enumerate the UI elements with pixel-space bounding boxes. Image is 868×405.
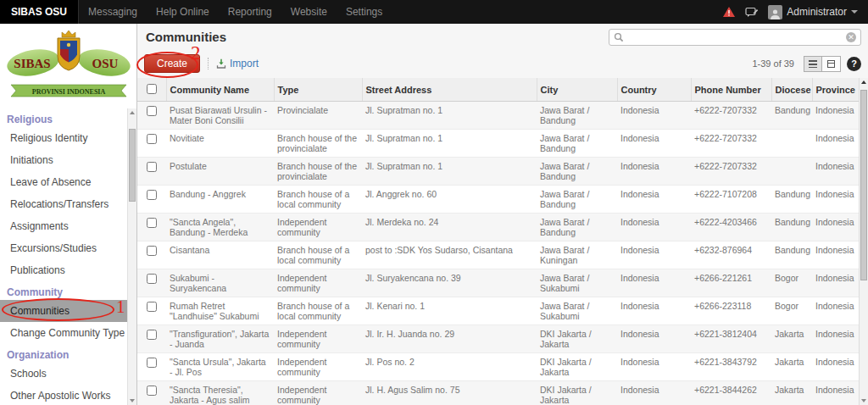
table-cell: Independent community [274, 325, 362, 353]
topbar-right: Administrator [722, 5, 868, 19]
table-row[interactable]: Sukabumi - SuryakencanaIndependent commu… [137, 269, 859, 297]
sidebar-item-religious-identity[interactable]: Religious Identity [0, 127, 127, 149]
table-cell: Indonesia [617, 186, 691, 214]
sidebar-item-other-apostolic-works[interactable]: Other Apostolic Works [0, 385, 127, 405]
toolbar: Create Import 1-39 of 39 [137, 49, 868, 78]
sidebar-item-change-community-type[interactable]: Change Community Type [0, 322, 127, 344]
table-scroll-down-icon[interactable] [860, 397, 868, 405]
sidebar-item-communities[interactable]: Communities [0, 300, 127, 322]
table-cell: Branch house of a local community [274, 297, 362, 325]
sidebar-item-relocations-transfers[interactable]: Relocations/Transfers [0, 193, 127, 215]
row-checkbox[interactable] [147, 134, 157, 144]
table-cell: Indonesia [617, 325, 691, 353]
column-header-phone-number[interactable]: Phone Number [691, 78, 771, 102]
topbar-menu-reporting[interactable]: Reporting [219, 0, 281, 24]
row-checkbox[interactable] [147, 302, 157, 312]
list-view-icon [809, 60, 817, 68]
logo-ribbon-text: PROVINSI INDONESIA [31, 88, 105, 96]
brand-logo[interactable]: SIBAS OSU [0, 0, 79, 24]
table-cell: Independent community [274, 381, 362, 405]
sidebar-scrollbar-thumb[interactable] [129, 129, 136, 202]
table-scroll-up-icon[interactable] [860, 78, 868, 86]
table-cell: Jakarta [771, 381, 812, 405]
table-cell: Indonesia [617, 381, 691, 405]
card-view-button[interactable] [822, 56, 841, 72]
main-content: Communities ✕ Create [137, 24, 868, 405]
user-menu[interactable]: Administrator [768, 5, 858, 19]
table-scrollbar-thumb[interactable] [860, 90, 867, 280]
table-row[interactable]: CisantanaBranch house of a local communi… [137, 241, 859, 269]
column-header-street-address[interactable]: Street Address [362, 78, 537, 102]
table-row[interactable]: "Transfiguration", Jakarta - JuandaIndep… [137, 325, 859, 353]
table-cell: "Sancta Ursula", Jakarta - Jl. Pos [166, 353, 274, 381]
sidebar-item-initiations[interactable]: Initiations [0, 149, 127, 171]
row-checkbox[interactable] [147, 358, 157, 368]
search-input[interactable] [627, 31, 843, 44]
row-checkbox[interactable] [147, 190, 157, 200]
topbar-menu-help-online[interactable]: Help Online [147, 0, 219, 24]
scroll-down-icon[interactable] [128, 397, 136, 405]
row-checkbox[interactable] [147, 274, 157, 284]
table-cell: Pusat Biarawati Ursulin - Mater Boni Con… [166, 102, 274, 130]
table-scrollbar[interactable] [859, 78, 868, 405]
table-cell: "Sancta Angela", Bandung - Merdeka [166, 214, 274, 241]
sidebar-scrollbar[interactable] [127, 108, 136, 405]
sidebar-item-schools[interactable]: Schools [0, 363, 127, 385]
table-cell: +6221-3844262 [691, 381, 771, 405]
column-header-country[interactable]: Country [617, 78, 691, 102]
table-cell: Jl. Anggrek no. 60 [362, 186, 537, 214]
topbar-menu-messaging[interactable]: Messaging [79, 0, 147, 24]
sidebar-item-leave-of-absence[interactable]: Leave of Absence [0, 171, 127, 193]
table-cell: +6221-3843792 [691, 353, 771, 381]
table-cell: Jl. Supratman no. 1 [362, 102, 537, 130]
import-button[interactable]: Import [216, 58, 259, 69]
table-row[interactable]: Rumah Retret "Landhuise" SukabumiBranch … [137, 297, 859, 325]
row-checkbox[interactable] [147, 386, 157, 396]
toolbar-right: 1-39 of 39 ? [752, 56, 861, 72]
sidebar-item-excursions-studies[interactable]: Excursions/Studies [0, 237, 127, 259]
row-checkbox[interactable] [147, 218, 157, 228]
column-header-type[interactable]: Type [274, 78, 362, 102]
table-row[interactable]: "Sancta Theresia", Jakarta - Agus salimI… [137, 381, 859, 405]
column-header-diocese[interactable]: Diocese [771, 78, 812, 102]
table-cell: DKI Jakarta / Jakarta [537, 353, 617, 381]
compose-message-icon[interactable] [745, 7, 759, 18]
row-checkbox[interactable] [147, 246, 157, 256]
sidebar-section-community: Community [0, 281, 127, 300]
row-checkbox[interactable] [147, 106, 157, 116]
table-cell: Independent community [274, 353, 362, 381]
table-cell [771, 130, 812, 158]
column-header-province[interactable]: Province [812, 78, 859, 102]
table-cell: +6221-3812404 [691, 325, 771, 353]
table-row[interactable]: Pusat Biarawati Ursulin - Mater Boni Con… [137, 102, 859, 130]
table-cell: Jawa Barat / Bandung [537, 158, 617, 186]
select-all-checkbox[interactable] [147, 84, 157, 94]
scroll-up-icon[interactable] [128, 108, 136, 117]
sidebar-item-assignments[interactable]: Assignments [0, 215, 127, 237]
column-header-community-name[interactable]: Community Name [166, 78, 274, 102]
create-button[interactable]: Create [144, 54, 200, 73]
help-button[interactable]: ? [847, 57, 861, 71]
row-checkbox[interactable] [147, 330, 157, 340]
table-body: Pusat Biarawati Ursulin - Mater Boni Con… [137, 102, 859, 405]
table-cell: Indonesia [812, 186, 859, 214]
clear-search-icon[interactable]: ✕ [846, 32, 856, 42]
warning-icon[interactable] [722, 6, 736, 18]
card-view-icon [827, 60, 835, 68]
row-checkbox[interactable] [147, 162, 157, 172]
table-cell: Jawa Barat / Bandung [537, 214, 617, 241]
topbar-menu-settings[interactable]: Settings [337, 0, 392, 24]
sidebar-item-publications[interactable]: Publications [0, 259, 127, 281]
table-cell: Bandung [771, 214, 812, 241]
table-row[interactable]: "Sancta Angela", Bandung - MerdekaIndepe… [137, 214, 859, 241]
table-row[interactable]: Bandung - AnggrekBranch house of a local… [137, 186, 859, 214]
table-row[interactable]: NovitiateBranch house of the provinciala… [137, 130, 859, 158]
search-icon [614, 32, 624, 42]
search-box: ✕ [609, 29, 861, 46]
table-row[interactable]: "Sancta Ursula", Jakarta - Jl. PosIndepe… [137, 353, 859, 381]
list-view-button[interactable] [804, 56, 822, 72]
column-header-city[interactable]: City [537, 78, 617, 102]
table-row[interactable]: PostulateBranch house of the provinciala… [137, 158, 859, 186]
page-title: Communities [146, 30, 226, 44]
topbar-menu-website[interactable]: Website [281, 0, 337, 24]
